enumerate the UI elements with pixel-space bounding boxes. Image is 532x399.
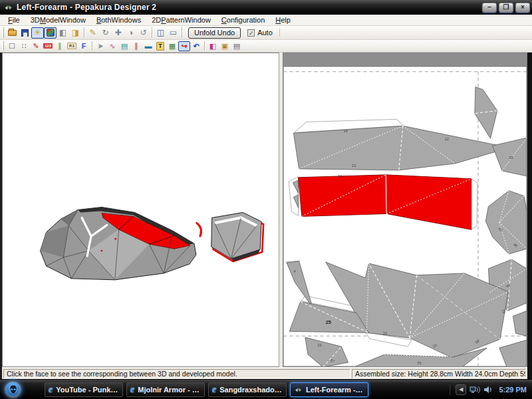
- join-edges-icon[interactable]: ∿: [106, 41, 118, 51]
- taskbar-task-youtube[interactable]: e YouTube - Punk ai...: [45, 382, 123, 397]
- 2d-pattern-canvas[interactable]: 35 46 43 14 13 12 61 21 22 19 23 25 4 23: [283, 53, 527, 366]
- flip-view-icon[interactable]: ◑: [124, 27, 137, 39]
- assembled-size: Assembled size: Height 28.8cm Width 24.0…: [352, 369, 526, 378]
- taskbar: e YouTube - Punk ai... e Mjolnir Armor -…: [0, 379, 532, 399]
- window-frame: 35 46 43 14 13 12 61 21 22 19 23 25 4 23: [0, 53, 532, 379]
- close-button[interactable]: ×: [515, 3, 530, 13]
- clipboard-icon[interactable]: ▣: [219, 41, 231, 51]
- window-title: Left-Forearm - Pepakura Designer 2: [17, 3, 480, 12]
- edit-toolbar: ☐ ∷ ✎ 123 ∥ P.1 F ➤ ∿ ▤ ∥ ▬ T ▦ ↪ ↶ ◧ ▣ …: [0, 40, 532, 53]
- desktop: Left-Forearm - Pepakura Designer 2 – ❐ ×…: [0, 0, 532, 399]
- select-marquee-icon[interactable]: ☐: [6, 41, 18, 51]
- orbit-view-icon[interactable]: ↺: [137, 27, 150, 39]
- svg-text:61: 61: [338, 174, 342, 178]
- taskbar-clock[interactable]: 5:29 PM: [499, 386, 527, 394]
- cursor-select-icon[interactable]: ➤: [94, 41, 106, 51]
- menu-configuration[interactable]: Configuration: [216, 15, 270, 25]
- menu-file[interactable]: File: [3, 15, 25, 25]
- move-island-icon[interactable]: ↪: [178, 41, 190, 51]
- network-icon[interactable]: [469, 385, 480, 394]
- auto-checkbox-group: ✓ Auto: [247, 29, 280, 37]
- 3d-square-piece: [211, 212, 263, 261]
- svg-text:23: 23: [501, 309, 506, 314]
- textured-view-icon[interactable]: [44, 27, 57, 39]
- 3d-loose-flap: [197, 223, 201, 236]
- menu-both-windows[interactable]: BothWindows: [91, 15, 146, 25]
- main-toolbar: ☀ ◧ ◨ ✎ ↻ ✚ ◑ ↺ ◫ ▭ Unfold Undo ✓ Auto: [0, 26, 532, 40]
- fold-forward-icon[interactable]: ◨: [69, 27, 82, 39]
- 2d-pattern-viewport[interactable]: 35 46 43 14 13 12 61 21 22 19 23 25 4 23: [283, 53, 527, 367]
- texture-stamp-icon[interactable]: ▤: [118, 41, 130, 51]
- menu-help[interactable]: Help: [270, 15, 296, 25]
- hatch-lines-icon[interactable]: ∥: [130, 41, 142, 51]
- auto-label: Auto: [257, 29, 273, 37]
- svg-text:14: 14: [343, 129, 347, 133]
- svg-text:45: 45: [506, 284, 510, 288]
- 3d-model-canvas[interactable]: [3, 53, 279, 366]
- menu-2d-pattern-window[interactable]: 2DPatternWindow: [146, 15, 216, 25]
- minimize-button[interactable]: –: [482, 3, 497, 13]
- one-pane-layout-icon[interactable]: ▭: [167, 27, 180, 39]
- svg-text:91: 91: [417, 360, 422, 365]
- two-pane-layout-icon[interactable]: ◫: [154, 27, 167, 39]
- ie-icon: e: [130, 384, 134, 395]
- main-panes: 35 46 43 14 13 12 61 21 22 19 23 25 4 23: [2, 53, 527, 367]
- insert-text-icon[interactable]: T: [154, 41, 166, 51]
- color-settings-icon[interactable]: ◧: [207, 41, 219, 51]
- 3d-forearm-model: [41, 207, 196, 280]
- font-settings-icon[interactable]: F: [78, 41, 90, 51]
- edit-pencil-icon[interactable]: ✎: [86, 27, 99, 39]
- start-button[interactable]: [4, 380, 22, 398]
- svg-text:12: 12: [445, 137, 449, 141]
- open-folder-icon[interactable]: [6, 27, 19, 39]
- save-icon[interactable]: [19, 27, 31, 39]
- system-tray: ◀ 5:29 PM: [450, 384, 529, 395]
- alien-head-icon: [8, 384, 19, 395]
- taskbar-task-sangdraxshadow[interactable]: e Sangdraxshadow -...: [208, 382, 287, 397]
- menu-bar: File 3DModelWindow BothWindows 2DPattern…: [0, 15, 532, 26]
- svg-text:35: 35: [509, 156, 513, 160]
- svg-text:21: 21: [383, 331, 387, 335]
- 3d-model-viewport[interactable]: [2, 53, 279, 367]
- toolbar-grip[interactable]: [2, 27, 4, 38]
- insert-image-icon[interactable]: ▦: [166, 41, 178, 51]
- svg-text:4: 4: [293, 269, 295, 273]
- menu-3d-model-window[interactable]: 3DModelWindow: [25, 15, 91, 25]
- horizon-line-icon[interactable]: ▬: [142, 41, 154, 51]
- taskbar-task-mjolnir[interactable]: e Mjolnir Armor - Ma...: [126, 382, 205, 397]
- status-message: Click the face to see the corresponding …: [3, 369, 350, 378]
- rotate-model-icon[interactable]: ↻: [99, 27, 112, 39]
- taskbar-task-pepakura[interactable]: Left-Forearm - Pep...: [290, 382, 368, 397]
- toolbar-grip-2[interactable]: [2, 41, 4, 51]
- light-toggle-icon[interactable]: ☀: [31, 27, 44, 39]
- pan-view-icon[interactable]: ✚: [112, 27, 124, 39]
- ie-icon: e: [49, 384, 53, 395]
- ie-icon: e: [212, 384, 216, 395]
- select-vertices-icon[interactable]: ∷: [18, 41, 30, 51]
- auto-checkbox[interactable]: ✓: [247, 29, 255, 37]
- print-icon[interactable]: ▤: [231, 41, 243, 51]
- svg-text:23: 23: [317, 343, 321, 347]
- svg-text:13: 13: [352, 164, 356, 168]
- unfold-undo-button[interactable]: Unfold Undo: [188, 27, 241, 39]
- fold-line-style-icon[interactable]: ∥: [54, 41, 66, 51]
- hidden-icons-arrow[interactable]: ◀: [456, 384, 466, 395]
- status-bar: Click the face to see the corresponding …: [2, 367, 527, 379]
- fold-back-icon[interactable]: ◧: [57, 27, 69, 39]
- volume-icon[interactable]: [483, 385, 493, 394]
- title-bar: Left-Forearm - Pepakura Designer 2 – ❐ ×: [0, 0, 532, 15]
- svg-text:25: 25: [326, 321, 331, 325]
- restore-button[interactable]: ❐: [499, 3, 513, 13]
- undo-edit-icon[interactable]: ↶: [190, 41, 202, 51]
- edge-numbering-icon[interactable]: 123: [42, 41, 54, 51]
- pepakura-app-icon: [3, 3, 13, 12]
- pen-edit-icon[interactable]: ✎: [30, 41, 42, 51]
- pepakura-task-icon: [294, 386, 303, 394]
- page-setup-icon[interactable]: P.1: [66, 41, 78, 51]
